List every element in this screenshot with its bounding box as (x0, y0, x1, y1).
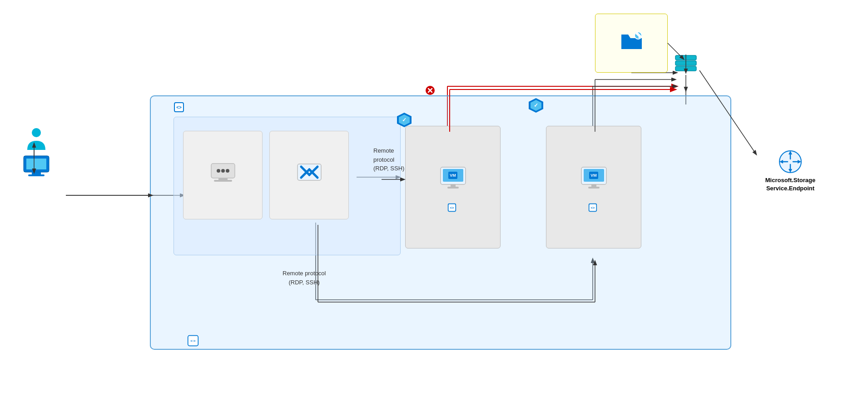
vnet1-footer: <·> (187, 335, 202, 347)
svg-rect-16 (26, 159, 46, 169)
svg-rect-25 (218, 178, 228, 180)
svg-point-23 (221, 169, 225, 173)
bastion-icon (296, 160, 323, 185)
subnet1-box: VM <> (405, 126, 501, 248)
file-share-icon (619, 30, 644, 53)
svg-text:✓: ✓ (534, 102, 538, 109)
bastion-subnet-icon: <> (174, 102, 184, 113)
svg-rect-18 (28, 174, 45, 176)
storage1-icon (675, 55, 697, 74)
svg-rect-40 (447, 187, 459, 189)
svg-text:<>: <> (591, 206, 595, 210)
bastion-subnet-header: <> (174, 102, 187, 113)
svg-rect-50 (591, 184, 596, 187)
access-denied-container (422, 85, 435, 95)
subnet1-footer: <> (447, 203, 458, 212)
subnet-private-footer: <> (588, 203, 599, 212)
svg-rect-60 (675, 61, 696, 65)
monitor-icon (23, 155, 50, 178)
subnet1-icon: <> (447, 203, 456, 212)
svg-text:VM: VM (450, 173, 456, 178)
public-ip-box (183, 131, 263, 219)
svg-rect-26 (214, 180, 232, 182)
svg-rect-61 (675, 66, 696, 71)
file-share-box (595, 14, 668, 73)
svg-point-24 (226, 169, 229, 173)
vnet-box: <> (150, 95, 731, 350)
bastion-subnet-box (174, 117, 401, 255)
remote-protocol-label-2: Remote protocol(RDP, SSH) (283, 269, 326, 287)
svg-text:<>: <> (450, 206, 454, 210)
svg-rect-17 (32, 172, 41, 174)
service-endpoint-icon (779, 150, 802, 174)
access-denied-icon (425, 85, 435, 95)
public-ip-icon (209, 162, 237, 184)
diagram-container: <> (0, 0, 868, 412)
user-icon (25, 127, 48, 152)
service-endpoint-label: Microsoft.StorageService.Endpoint (765, 176, 816, 193)
storage1-container (675, 55, 697, 75)
svg-rect-39 (451, 184, 456, 187)
azure-portal-section (23, 127, 50, 182)
svg-point-14 (32, 128, 41, 137)
bastion-box (269, 131, 349, 219)
nsg-private-container: ✓ (528, 96, 544, 114)
remote-protocol-label-1: Remoteprotocol(RDP, SSH) (373, 146, 404, 173)
svg-text:VM: VM (590, 173, 597, 178)
service-endpoint-container: Microsoft.StorageService.Endpoint (754, 150, 827, 193)
svg-rect-59 (675, 55, 696, 60)
svg-rect-51 (588, 187, 600, 189)
vm1-icon: VM (438, 163, 468, 192)
subnet-private-box: VM <> (546, 126, 641, 248)
svg-point-22 (217, 169, 220, 173)
vm2-icon: VM (579, 163, 609, 192)
nsg-private-icon: ✓ (528, 97, 544, 114)
svg-text:<·>: <·> (190, 339, 196, 343)
vnet1-icon: <·> (187, 335, 199, 347)
svg-text:✓: ✓ (402, 117, 407, 123)
subnet-private-icon: <> (588, 203, 597, 212)
svg-text:<>: <> (176, 105, 182, 110)
